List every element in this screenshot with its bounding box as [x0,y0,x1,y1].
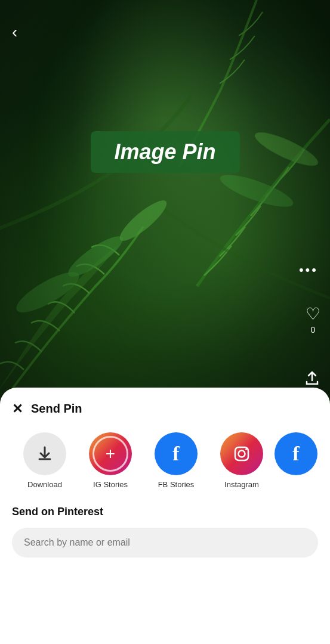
share-fb-stories[interactable]: f FB Stories [143,432,209,489]
back-button[interactable]: ‹ [12,24,17,41]
ig-stories-label: IG Stories [93,480,128,489]
svg-point-7 [239,451,245,457]
heart-icon: ♡ [306,304,320,324]
share-download[interactable]: Download [12,432,78,489]
sheet-header: ✕ Send Pin [12,402,318,416]
share-instagram[interactable]: Instagram [209,432,275,489]
share-options-row: Download + IG Stories f FB Stories [12,432,318,489]
more-options-button[interactable]: ••• [299,262,318,278]
facebook-f-icon: f [292,442,299,465]
ig-stories-icon-circle: + [89,432,132,475]
search-input[interactable] [12,528,318,558]
instagram-camera-icon [230,442,253,465]
instagram-icon-circle [220,432,263,475]
heart-count: 0 [311,325,316,335]
heart-button[interactable]: ♡ 0 [306,304,320,335]
send-on-pinterest-title: Send on Pinterest [12,506,318,518]
background-image [0,0,330,405]
download-arrow-icon [35,444,55,464]
download-label: Download [27,480,62,489]
ig-stories-plus-icon: + [92,436,128,472]
image-pin-label: Image Pin [90,131,239,173]
fern-decoration [0,0,330,405]
share-ig-stories[interactable]: + IG Stories [78,432,143,489]
close-button[interactable]: ✕ [12,402,23,416]
facebook-icon-circle: f [275,432,317,475]
svg-rect-5 [0,0,330,405]
share-facebook-partial[interactable]: f [275,432,317,489]
bottom-sheet: ✕ Send Pin Download + IG Stories [0,388,330,644]
instagram-label: Instagram [224,480,259,489]
download-icon-circle [23,432,66,475]
fb-stories-f-icon: f [172,442,179,465]
fb-stories-icon-circle: f [155,432,198,475]
fb-stories-label: FB Stories [158,480,195,489]
sheet-title: Send Pin [31,402,82,416]
svg-point-8 [245,448,247,450]
